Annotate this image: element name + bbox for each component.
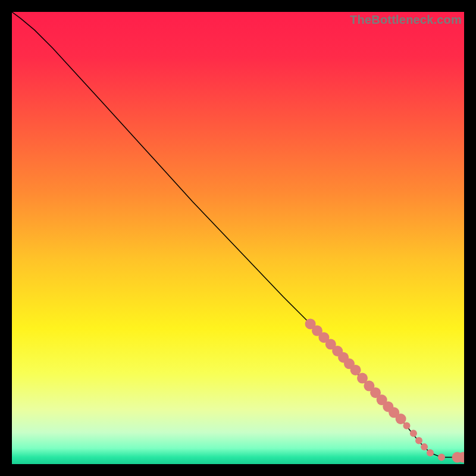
marker-dot: [421, 443, 428, 450]
chart-frame: TheBottleneck.com: [12, 12, 464, 464]
marker-dot: [396, 414, 406, 424]
marker-dot: [403, 422, 410, 429]
marker-dot: [410, 430, 417, 437]
marker-dot: [415, 437, 422, 444]
marker-dot: [427, 449, 434, 456]
chart-background: [12, 12, 464, 464]
marker-dot: [438, 454, 445, 461]
watermark-label: TheBottleneck.com: [350, 13, 462, 27]
chart-svg: [12, 12, 464, 464]
